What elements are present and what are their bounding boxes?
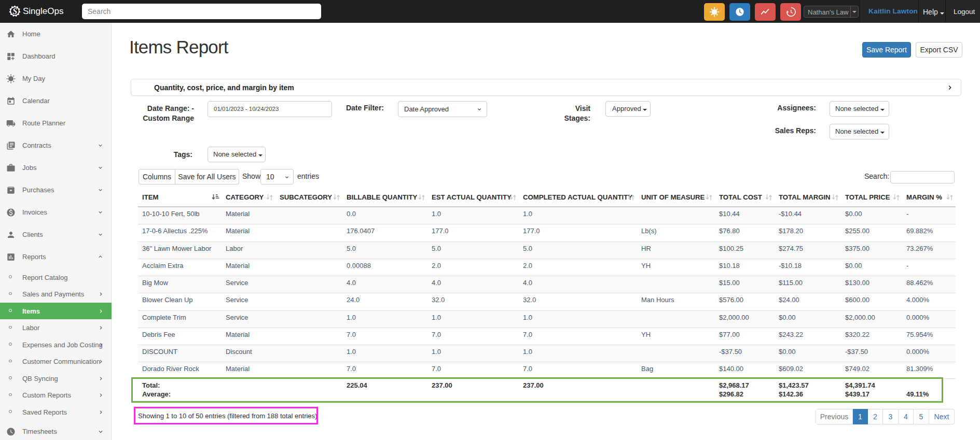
svg-text:S: S — [12, 6, 17, 16]
